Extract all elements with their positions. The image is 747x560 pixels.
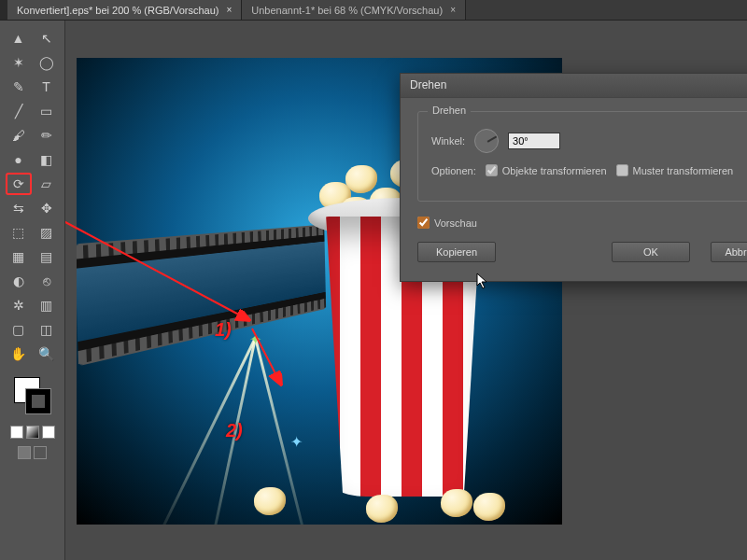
tab-label: Unbenannt-1* bei 68 % (CMYK/Vorschau) xyxy=(251,5,443,16)
width-tool[interactable]: ⇆ xyxy=(7,198,31,218)
angle-label: Winkel: xyxy=(431,135,465,147)
rotate-tool[interactable]: ⟳ xyxy=(7,174,31,194)
checkbox-icon xyxy=(486,164,498,176)
annotation-label-1: 1) xyxy=(215,319,232,341)
draw-mode-icon[interactable] xyxy=(34,446,47,459)
dialog-body: Drehen Winkel: Optionen: Objekte transfo… xyxy=(401,98,747,281)
group-legend: Drehen xyxy=(428,105,471,116)
selection-tool[interactable]: ▲ xyxy=(7,28,31,49)
popcorn-kernel xyxy=(441,489,472,517)
checkbox-icon[interactable] xyxy=(417,217,430,229)
tab-label: Konvertiert].eps* bei 200 % (RGB/Vorscha… xyxy=(17,5,218,16)
options-label: Optionen: xyxy=(431,165,476,176)
lasso-tool[interactable]: ◯ xyxy=(35,52,59,73)
tab-bar: Konvertiert].eps* bei 200 % (RGB/Vorscha… xyxy=(0,0,747,21)
color-mode-row xyxy=(10,426,55,439)
free-transform-tool[interactable]: ✥ xyxy=(35,198,59,218)
angle-dial-icon[interactable] xyxy=(474,129,499,153)
zoom-tool[interactable]: 🔍 xyxy=(35,343,59,364)
eyedropper-tool[interactable]: ◐ xyxy=(7,271,31,291)
hand-tool[interactable]: ✋ xyxy=(7,343,31,364)
paintbrush-tool[interactable]: 🖌 xyxy=(7,125,31,146)
rotate-dialog[interactable]: Drehen Drehen Winkel: Optionen: Objekte … xyxy=(400,73,747,282)
tools-panel: ▲ ↖ ✶ ◯ ✎ T ╱ ▭ 🖌 ✏ ● ◧ ⟳ ▱ ⇆ ✥ ⬚ ▨ ▦ ▤ … xyxy=(0,21,65,560)
screen-mode-row xyxy=(18,446,47,459)
gradient-tool[interactable]: ▤ xyxy=(35,246,59,267)
rectangle-tool[interactable]: ▭ xyxy=(35,101,59,121)
ok-button[interactable]: OK xyxy=(612,242,690,262)
bar-stripe xyxy=(0,0,7,20)
document-tab-2[interactable]: Unbenannt-1* bei 68 % (CMYK/Vorschau) × xyxy=(242,0,466,20)
screen-mode-icon[interactable] xyxy=(18,446,31,459)
main-area: ▲ ↖ ✶ ◯ ✎ T ╱ ▭ 🖌 ✏ ● ◧ ⟳ ▱ ⇆ ✥ ⬚ ▨ ▦ ▤ … xyxy=(0,21,747,560)
popcorn-kernel xyxy=(366,495,398,523)
blob-brush-tool[interactable]: ● xyxy=(7,149,31,170)
angle-row: Winkel: xyxy=(431,129,747,153)
checkbox-icon xyxy=(616,164,628,176)
document-tab-1[interactable]: Konvertiert].eps* bei 200 % (RGB/Vorscha… xyxy=(7,0,242,20)
popcorn-kernel xyxy=(473,493,505,521)
close-icon[interactable]: × xyxy=(226,5,232,15)
blend-tool[interactable]: ⎋ xyxy=(35,271,59,291)
cancel-button[interactable]: Abbrechen xyxy=(711,242,747,262)
rotate-group: Drehen Winkel: Optionen: Objekte transfo… xyxy=(417,111,747,202)
options-row: Optionen: Objekte transformieren Muster … xyxy=(431,164,747,176)
opt-pattern-check: Muster transformieren xyxy=(616,164,734,176)
dialog-button-row: Kopieren OK Abbrechen xyxy=(417,242,747,262)
eraser-tool[interactable]: ◧ xyxy=(35,149,59,170)
column-graph-tool[interactable]: ▥ xyxy=(35,295,59,315)
fill-stroke-swatch[interactable] xyxy=(14,377,51,414)
slice-tool[interactable]: ◫ xyxy=(35,319,59,340)
stroke-swatch[interactable] xyxy=(25,388,51,414)
symbol-sprayer-tool[interactable]: ✲ xyxy=(7,295,31,315)
opt-objects-check: Objekte transformieren xyxy=(486,164,607,176)
preview-check[interactable]: Vorschau xyxy=(417,217,747,229)
copy-button[interactable]: Kopieren xyxy=(417,242,496,262)
line-tool[interactable]: ╱ xyxy=(7,101,31,121)
anchor-marker-icon: ✦ xyxy=(289,433,303,446)
pen-tool[interactable]: ✎ xyxy=(7,77,31,97)
scale-tool[interactable]: ▱ xyxy=(35,174,59,194)
canvas-area[interactable]: ✦ ✦ 1) 2) 3) Drehen Drehen Wink xyxy=(65,21,747,560)
type-tool[interactable]: T xyxy=(35,77,59,97)
tool-grid: ▲ ↖ ✶ ◯ ✎ T ╱ ▭ 🖌 ✏ ● ◧ ⟳ ▱ ⇆ ✥ ⬚ ▨ ▦ ▤ … xyxy=(7,28,59,364)
perspective-tool[interactable]: ▨ xyxy=(35,222,59,243)
dialog-title[interactable]: Drehen xyxy=(401,74,747,98)
filmstrip-graphic xyxy=(77,225,326,367)
direct-selection-tool[interactable]: ↖ xyxy=(35,28,59,49)
magic-wand-tool[interactable]: ✶ xyxy=(7,52,31,73)
annotation-label-2: 2) xyxy=(226,420,243,441)
artboard-tool[interactable]: ▢ xyxy=(7,319,31,340)
popcorn-kernel xyxy=(254,487,286,515)
close-icon[interactable]: × xyxy=(450,5,456,15)
angle-input[interactable] xyxy=(508,133,560,149)
none-mode-icon[interactable] xyxy=(42,426,55,439)
shape-builder-tool[interactable]: ⬚ xyxy=(7,222,31,243)
color-mode-icon[interactable] xyxy=(10,426,23,439)
anchor-marker-icon: ✦ xyxy=(248,330,261,343)
mesh-tool[interactable]: ▦ xyxy=(7,246,31,267)
gradient-mode-icon[interactable] xyxy=(26,426,39,439)
pencil-tool[interactable]: ✏ xyxy=(35,125,59,146)
